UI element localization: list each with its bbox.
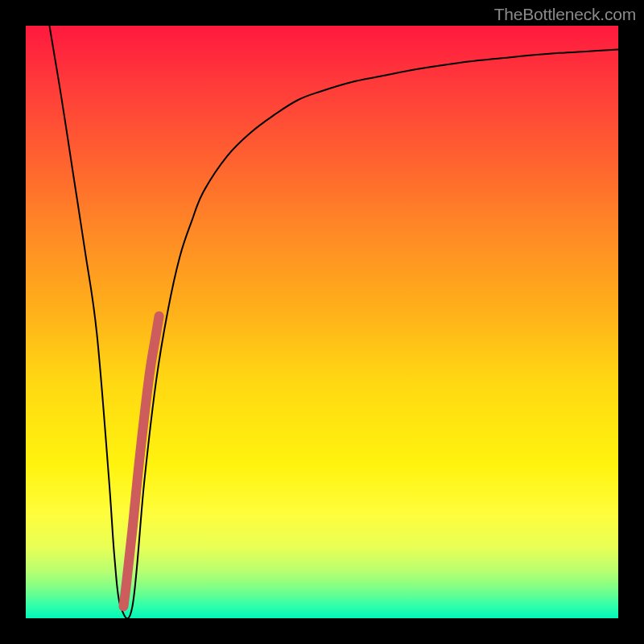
- series-layer: [49, 26, 618, 618]
- plot-area: [26, 26, 618, 618]
- chart-container: TheBottleneck.com: [0, 0, 644, 644]
- chart-svg: [26, 26, 618, 618]
- series-highlight-segment: [123, 316, 159, 607]
- watermark-text: TheBottleneck.com: [494, 5, 636, 24]
